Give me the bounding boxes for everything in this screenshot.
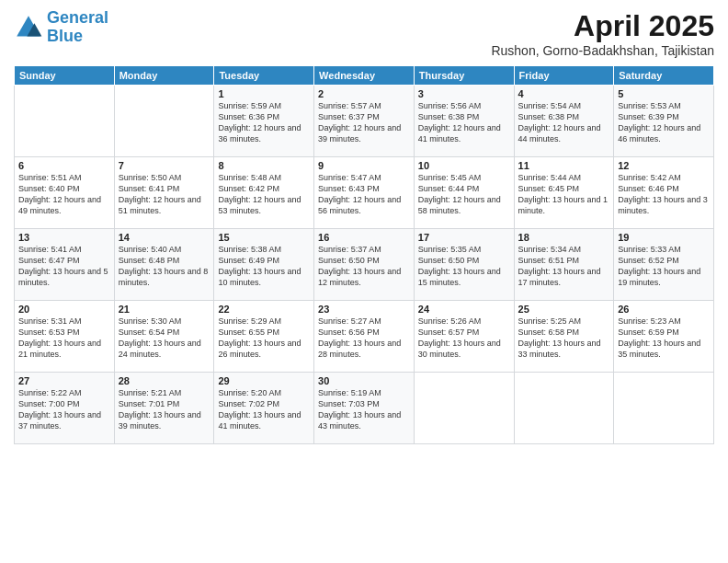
day-number: 23 — [318, 304, 410, 315]
day-number: 11 — [518, 160, 610, 171]
day-cell: 25Sunrise: 5:25 AM Sunset: 6:58 PM Dayli… — [514, 301, 614, 373]
day-number: 8 — [218, 160, 310, 171]
day-detail: Sunrise: 5:41 AM Sunset: 6:47 PM Dayligh… — [18, 244, 110, 289]
day-cell: 19Sunrise: 5:33 AM Sunset: 6:52 PM Dayli… — [614, 229, 714, 301]
day-number: 19 — [618, 232, 710, 243]
day-number: 17 — [418, 232, 510, 243]
day-cell: 10Sunrise: 5:45 AM Sunset: 6:44 PM Dayli… — [414, 157, 514, 229]
day-number: 16 — [318, 232, 410, 243]
day-cell: 12Sunrise: 5:42 AM Sunset: 6:46 PM Dayli… — [614, 157, 714, 229]
day-cell: 18Sunrise: 5:34 AM Sunset: 6:51 PM Dayli… — [514, 229, 614, 301]
day-detail: Sunrise: 5:25 AM Sunset: 6:58 PM Dayligh… — [518, 316, 610, 361]
day-detail: Sunrise: 5:54 AM Sunset: 6:38 PM Dayligh… — [518, 100, 610, 145]
day-detail: Sunrise: 5:57 AM Sunset: 6:37 PM Dayligh… — [318, 100, 410, 145]
logo-general: General — [47, 8, 108, 27]
day-cell: 4Sunrise: 5:54 AM Sunset: 6:38 PM Daylig… — [514, 86, 614, 157]
title-block: April 2025 Rushon, Gorno-Badakhshan, Taj… — [491, 9, 714, 58]
day-cell: 7Sunrise: 5:50 AM Sunset: 6:41 PM Daylig… — [114, 157, 214, 229]
day-cell: 1Sunrise: 5:59 AM Sunset: 6:36 PM Daylig… — [214, 86, 314, 157]
day-number: 29 — [218, 375, 310, 386]
day-number: 14 — [119, 232, 210, 243]
day-detail: Sunrise: 5:33 AM Sunset: 6:52 PM Dayligh… — [618, 244, 710, 289]
weekday-header-sunday: Sunday — [15, 66, 115, 86]
day-detail: Sunrise: 5:45 AM Sunset: 6:44 PM Dayligh… — [418, 172, 510, 217]
day-number: 6 — [18, 160, 110, 171]
day-detail: Sunrise: 5:35 AM Sunset: 6:50 PM Dayligh… — [418, 244, 510, 289]
day-detail: Sunrise: 5:59 AM Sunset: 6:36 PM Dayligh… — [218, 100, 310, 145]
day-detail: Sunrise: 5:50 AM Sunset: 6:41 PM Dayligh… — [119, 172, 210, 217]
day-detail: Sunrise: 5:22 AM Sunset: 7:00 PM Dayligh… — [18, 387, 110, 432]
location: Rushon, Gorno-Badakhshan, Tajikistan — [491, 43, 714, 58]
weekday-header-thursday: Thursday — [414, 66, 514, 86]
day-cell: 26Sunrise: 5:23 AM Sunset: 6:59 PM Dayli… — [614, 301, 714, 373]
day-number: 12 — [618, 160, 710, 171]
day-detail: Sunrise: 5:56 AM Sunset: 6:38 PM Dayligh… — [418, 100, 510, 145]
logo-blue: Blue — [47, 27, 83, 45]
day-detail: Sunrise: 5:20 AM Sunset: 7:02 PM Dayligh… — [218, 387, 310, 432]
logo-icon — [14, 13, 43, 42]
day-number: 25 — [518, 304, 610, 315]
day-detail: Sunrise: 5:40 AM Sunset: 6:48 PM Dayligh… — [119, 244, 210, 289]
day-number: 15 — [218, 232, 310, 243]
day-number: 22 — [218, 304, 310, 315]
day-detail: Sunrise: 5:30 AM Sunset: 6:54 PM Dayligh… — [119, 316, 210, 361]
week-row-4: 20Sunrise: 5:31 AM Sunset: 6:53 PM Dayli… — [15, 301, 714, 373]
weekday-header-monday: Monday — [114, 66, 214, 86]
day-detail: Sunrise: 5:37 AM Sunset: 6:50 PM Dayligh… — [318, 244, 410, 289]
day-cell — [414, 373, 514, 444]
day-detail: Sunrise: 5:31 AM Sunset: 6:53 PM Dayligh… — [18, 316, 110, 361]
day-cell: 14Sunrise: 5:40 AM Sunset: 6:48 PM Dayli… — [114, 229, 214, 301]
logo: General Blue — [14, 9, 108, 46]
day-number: 10 — [418, 160, 510, 171]
day-cell: 16Sunrise: 5:37 AM Sunset: 6:50 PM Dayli… — [314, 229, 415, 301]
day-detail: Sunrise: 5:34 AM Sunset: 6:51 PM Dayligh… — [518, 244, 610, 289]
month-title: April 2025 — [491, 9, 714, 43]
day-detail: Sunrise: 5:48 AM Sunset: 6:42 PM Dayligh… — [218, 172, 310, 217]
day-number: 2 — [318, 88, 410, 99]
day-cell — [614, 373, 714, 444]
day-cell: 6Sunrise: 5:51 AM Sunset: 6:40 PM Daylig… — [15, 157, 115, 229]
day-number: 30 — [318, 375, 410, 386]
weekday-header-wednesday: Wednesday — [314, 66, 415, 86]
day-detail: Sunrise: 5:51 AM Sunset: 6:40 PM Dayligh… — [18, 172, 110, 217]
day-cell: 3Sunrise: 5:56 AM Sunset: 6:38 PM Daylig… — [414, 86, 514, 157]
day-detail: Sunrise: 5:47 AM Sunset: 6:43 PM Dayligh… — [318, 172, 410, 217]
header: General Blue April 2025 Rushon, Gorno-Ba… — [14, 9, 714, 58]
day-number: 13 — [18, 232, 110, 243]
week-row-5: 27Sunrise: 5:22 AM Sunset: 7:00 PM Dayli… — [15, 373, 714, 444]
day-cell — [514, 373, 614, 444]
page: General Blue April 2025 Rushon, Gorno-Ba… — [0, 0, 728, 563]
day-number: 28 — [119, 375, 210, 386]
day-detail: Sunrise: 5:19 AM Sunset: 7:03 PM Dayligh… — [318, 387, 410, 432]
day-number: 24 — [418, 304, 510, 315]
calendar-table: SundayMondayTuesdayWednesdayThursdayFrid… — [14, 65, 714, 444]
day-cell: 29Sunrise: 5:20 AM Sunset: 7:02 PM Dayli… — [214, 373, 314, 444]
day-cell: 21Sunrise: 5:30 AM Sunset: 6:54 PM Dayli… — [114, 301, 214, 373]
weekday-header-friday: Friday — [514, 66, 614, 86]
day-detail: Sunrise: 5:42 AM Sunset: 6:46 PM Dayligh… — [618, 172, 710, 217]
day-number: 20 — [18, 304, 110, 315]
day-number: 5 — [618, 88, 710, 99]
day-cell: 13Sunrise: 5:41 AM Sunset: 6:47 PM Dayli… — [15, 229, 115, 301]
day-cell: 8Sunrise: 5:48 AM Sunset: 6:42 PM Daylig… — [214, 157, 314, 229]
day-number: 26 — [618, 304, 710, 315]
day-detail: Sunrise: 5:38 AM Sunset: 6:49 PM Dayligh… — [218, 244, 310, 289]
day-cell: 2Sunrise: 5:57 AM Sunset: 6:37 PM Daylig… — [314, 86, 415, 157]
day-number: 3 — [418, 88, 510, 99]
day-number: 27 — [18, 375, 110, 386]
day-detail: Sunrise: 5:21 AM Sunset: 7:01 PM Dayligh… — [119, 387, 210, 432]
day-cell: 17Sunrise: 5:35 AM Sunset: 6:50 PM Dayli… — [414, 229, 514, 301]
week-row-2: 6Sunrise: 5:51 AM Sunset: 6:40 PM Daylig… — [15, 157, 714, 229]
day-cell: 30Sunrise: 5:19 AM Sunset: 7:03 PM Dayli… — [314, 373, 415, 444]
weekday-header-row: SundayMondayTuesdayWednesdayThursdayFrid… — [15, 66, 714, 86]
weekday-header-saturday: Saturday — [614, 66, 714, 86]
day-number: 9 — [318, 160, 410, 171]
day-number: 7 — [119, 160, 210, 171]
day-detail: Sunrise: 5:26 AM Sunset: 6:57 PM Dayligh… — [418, 316, 510, 361]
day-cell: 11Sunrise: 5:44 AM Sunset: 6:45 PM Dayli… — [514, 157, 614, 229]
day-number: 1 — [218, 88, 310, 99]
day-detail: Sunrise: 5:53 AM Sunset: 6:39 PM Dayligh… — [618, 100, 710, 145]
day-detail: Sunrise: 5:29 AM Sunset: 6:55 PM Dayligh… — [218, 316, 310, 361]
day-cell: 20Sunrise: 5:31 AM Sunset: 6:53 PM Dayli… — [15, 301, 115, 373]
day-cell: 28Sunrise: 5:21 AM Sunset: 7:01 PM Dayli… — [114, 373, 214, 444]
